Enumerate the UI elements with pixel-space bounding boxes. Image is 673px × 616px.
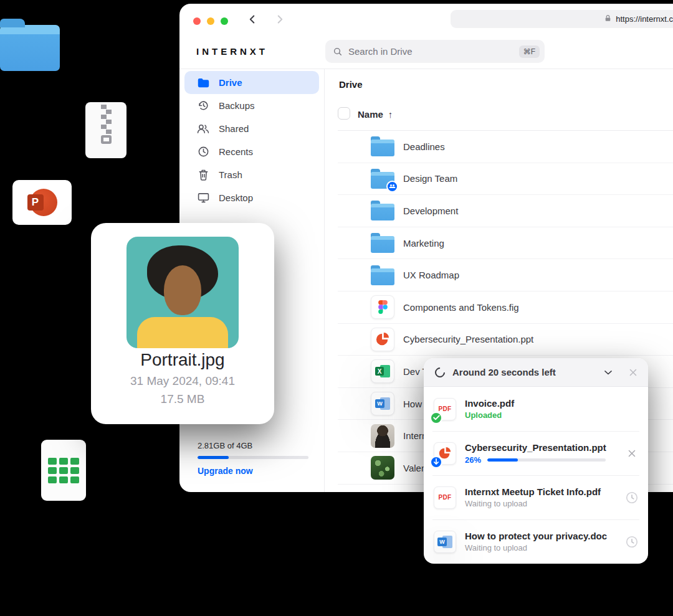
zoom-window-button[interactable]: [221, 17, 228, 25]
upload-time-remaining: Around 20 seconds left: [452, 367, 556, 377]
zipper-pull: [101, 135, 112, 144]
waiting-clock-icon: [624, 490, 639, 505]
search-icon: [333, 47, 343, 57]
storage-widget: 2.81GB of 4GB Upgrade now: [198, 441, 308, 476]
uploaded-check-icon: [430, 412, 442, 424]
sidebar-item-trash[interactable]: Trash: [184, 163, 319, 186]
cancel-upload-button[interactable]: [624, 446, 639, 461]
upload-progress-panel: Around 20 seconds left PDF Invoice.pdf U…: [424, 358, 648, 564]
powerpoint-letter: P: [27, 194, 44, 211]
preview-date: 31 May 2024, 09:41: [91, 374, 274, 388]
pdf-label: PDF: [439, 494, 452, 501]
sidebar-item-shared[interactable]: Shared: [184, 117, 319, 140]
upload-item[interactable]: PDF Invoice.pdf Uploaded: [424, 387, 648, 431]
upload-filename: Invoice.pdf: [465, 398, 639, 409]
table-row[interactable]: Marketing: [338, 227, 673, 260]
sidebar-item-label: Desktop: [219, 192, 253, 203]
upload-status: Waiting to upload: [465, 543, 624, 552]
sidebar-item-label: Drive: [219, 77, 242, 88]
powerpoint-file-icon: [371, 328, 394, 351]
row-label: Marketing: [403, 238, 444, 249]
figma-file-icon: [371, 295, 394, 319]
upload-item[interactable]: Cybersecurity_Presentation.ppt 26%: [424, 431, 648, 475]
minimize-window-button[interactable]: [207, 17, 214, 25]
upload-filename: Internxt Meetup Ticket Info.pdf: [465, 486, 624, 497]
zipper-tooth: [106, 120, 112, 124]
table-row[interactable]: Deadlines: [338, 131, 673, 163]
zipper-tooth: [101, 105, 107, 109]
powerpoint-app-icon[interactable]: P: [12, 180, 72, 225]
pdf-file-icon: PDF: [434, 486, 456, 509]
table-row[interactable]: Cybersecurity_Presentation.ppt: [338, 324, 673, 356]
forward-button[interactable]: [273, 12, 288, 27]
sidebar-item-label: Backups: [219, 100, 255, 111]
word-file-icon: W: [371, 392, 394, 415]
preview-filesize: 17.5 MB: [91, 392, 274, 406]
upload-item[interactable]: W How to protect your privacy.doc Waitin…: [424, 519, 648, 564]
spinner-icon: [433, 365, 447, 379]
pdf-file-icon: PDF: [434, 398, 456, 420]
table-row[interactable]: Development: [338, 195, 673, 227]
photo-thumbnail: [371, 456, 394, 480]
spreadsheet-grid-icon: [48, 458, 79, 483]
sidebar-item-desktop[interactable]: Desktop: [184, 186, 319, 209]
back-button[interactable]: [246, 12, 260, 27]
collapse-panel-button[interactable]: [601, 365, 616, 380]
desktop-folder-icon[interactable]: [0, 25, 60, 71]
waiting-clock-icon: [624, 534, 639, 549]
row-label: Deadlines: [403, 141, 445, 152]
table-row[interactable]: Design Team: [338, 163, 673, 196]
pdf-label: PDF: [439, 405, 452, 412]
upload-status: Waiting to upload: [465, 499, 624, 508]
powerpoint-file-icon: [434, 442, 456, 465]
powerpoint-logo-icon: P: [27, 187, 57, 217]
preview-filename: Portrait.jpg: [91, 350, 274, 370]
sidebar-item-drive[interactable]: Drive: [184, 71, 319, 94]
trash-icon: [197, 169, 209, 181]
upgrade-now-link[interactable]: Upgrade now: [198, 466, 308, 476]
photo-thumbnail: [371, 424, 394, 448]
table-row[interactable]: Components and Tokens.fig: [338, 291, 673, 324]
window-controls: [193, 17, 228, 25]
address-bar[interactable]: https://internxt.c: [451, 10, 673, 28]
upload-progress-fill: [487, 458, 518, 462]
select-all-checkbox[interactable]: [338, 107, 350, 120]
storage-usage-text: 2.81GB of 4GB: [198, 441, 308, 450]
close-panel-button[interactable]: [626, 365, 641, 380]
folder-icon: [371, 236, 394, 253]
search-input[interactable]: Search in Drive ⌘F: [325, 40, 545, 63]
row-label: Components and Tokens.fig: [403, 302, 519, 313]
folder-icon: [371, 268, 394, 285]
close-window-button[interactable]: [193, 17, 201, 25]
zipper-tooth: [101, 125, 107, 129]
zipper-tooth: [106, 130, 112, 134]
search-placeholder: Search in Drive: [348, 46, 519, 57]
upload-progress-bar: [487, 458, 606, 462]
folder-icon: [371, 140, 394, 156]
spreadsheet-file-icon[interactable]: [41, 440, 86, 501]
upload-status: Uploaded: [465, 410, 639, 420]
upload-panel-header: Around 20 seconds left: [424, 358, 648, 387]
upload-item[interactable]: PDF Internxt Meetup Ticket Info.pdf Wait…: [424, 475, 648, 519]
table-row[interactable]: UX Roadmap: [338, 259, 673, 291]
sidebar-item-backups[interactable]: Backups: [184, 94, 319, 117]
browser-chrome: https://internxt.c: [179, 4, 673, 36]
monitor-icon: [197, 192, 209, 204]
folder-icon: [197, 77, 209, 89]
portrait-photo: [126, 237, 239, 348]
sidebar-item-label: Recents: [219, 146, 253, 157]
row-label: UX Roadmap: [403, 270, 459, 280]
lock-icon: [604, 14, 612, 25]
zipper-tooth: [101, 115, 107, 119]
excel-file-icon: X: [371, 359, 394, 383]
desktop-background: P https://internxt.c: [0, 0, 673, 616]
name-column-label: Name: [358, 109, 383, 120]
breadcrumb: Drive: [339, 79, 363, 90]
name-column-header[interactable]: Name↑: [358, 109, 393, 120]
sidebar-item-recents[interactable]: Recents: [184, 140, 319, 163]
sort-ascending-icon: ↑: [388, 109, 393, 120]
file-preview-card: Portrait.jpg 31 May 2024, 09:41 17.5 MB: [91, 223, 274, 424]
row-label: Development: [403, 206, 458, 216]
portrait-face: [164, 265, 201, 315]
zip-file-icon[interactable]: [85, 102, 126, 158]
